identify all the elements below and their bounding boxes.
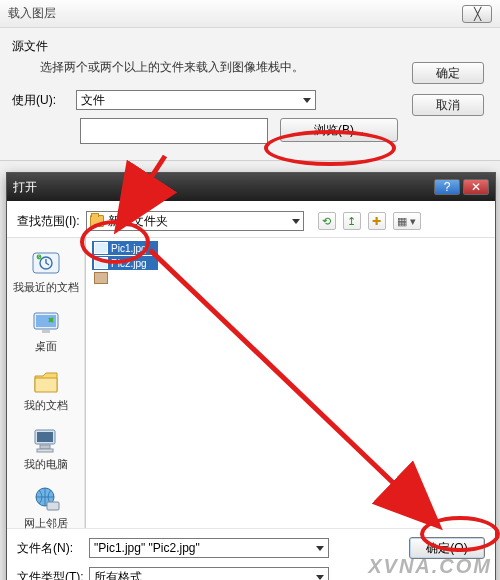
browse-button[interactable]: 浏览(B)... (280, 118, 398, 142)
image-file-icon (94, 272, 108, 284)
ok-button[interactable]: 确定 (412, 62, 484, 84)
look-in-combobox[interactable]: 新建文件夹 (86, 211, 304, 231)
filename-label: 文件名(N): (17, 540, 81, 557)
place-recent[interactable]: 我最近的文档 (11, 244, 81, 299)
up-one-level-button[interactable]: ↥ (343, 212, 361, 230)
place-desktop[interactable]: 桌面 (11, 303, 81, 358)
open-dialog: 打开 ? ✕ 查找范围(I): 新建文件夹 ⟲ ↥ ✚ ▦ ▾ 我最近的文档 (6, 172, 496, 580)
back-button[interactable]: ⟲ (318, 212, 336, 230)
recent-docs-icon (29, 248, 63, 278)
filename-combobox[interactable]: "Pic1.jpg" "Pic2.jpg" (89, 538, 329, 558)
use-label: 使用(U): (12, 92, 68, 109)
computer-icon (29, 425, 63, 455)
chevron-down-icon (303, 98, 311, 103)
open-titlebar: 打开 ? ✕ (7, 173, 495, 201)
file-item-selected[interactable]: Pic1.jpg (92, 241, 158, 255)
cancel-button[interactable]: 取消 (412, 94, 484, 116)
folder-icon (90, 215, 104, 227)
view-menu-button[interactable]: ▦ ▾ (393, 212, 421, 230)
new-folder-button[interactable]: ✚ (368, 212, 386, 230)
load-layers-titlebar: 载入图层 ╳ (0, 0, 500, 28)
open-ok-button[interactable]: 确定(O) (409, 537, 485, 559)
place-my-computer[interactable]: 我的电脑 (11, 421, 81, 476)
source-files-label: 源文件 (12, 38, 488, 55)
look-in-label: 查找范围(I): (17, 213, 80, 230)
svg-rect-11 (47, 502, 59, 510)
close-icon: ╳ (474, 7, 481, 21)
filetype-label: 文件类型(T): (17, 569, 81, 581)
open-title: 打开 (13, 179, 37, 196)
filename-value: "Pic1.jpg" "Pic2.jpg" (94, 541, 200, 555)
load-layers-dialog: 载入图层 ╳ 源文件 选择两个或两个以上的文件来载入到图像堆栈中。 确定 取消 … (0, 0, 500, 161)
file-list[interactable]: Pic1.jpg Pic2.jpg (85, 238, 495, 528)
close-button[interactable]: ✕ (463, 179, 489, 195)
help-icon: ? (444, 180, 451, 194)
documents-icon (29, 366, 63, 396)
file-list-box[interactable] (80, 118, 268, 144)
file-item[interactable] (92, 271, 158, 285)
use-value: 文件 (81, 92, 105, 109)
close-button[interactable]: ╳ (462, 5, 492, 23)
svg-rect-5 (42, 330, 50, 333)
file-item-selected[interactable]: Pic2.jpg (92, 256, 158, 270)
look-in-value: 新建文件夹 (108, 213, 168, 230)
network-icon (29, 484, 63, 514)
chevron-down-icon (316, 575, 324, 580)
desktop-icon (29, 307, 63, 337)
filetype-combobox[interactable]: 所有格式 (89, 567, 329, 580)
image-file-icon (94, 257, 108, 269)
svg-rect-9 (37, 449, 53, 452)
filetype-value: 所有格式 (94, 569, 142, 581)
close-icon: ✕ (471, 180, 481, 194)
svg-rect-7 (37, 432, 53, 442)
chevron-down-icon (316, 546, 324, 551)
places-bar: 我最近的文档 桌面 我的文档 我的电脑 网上邻居 (7, 238, 85, 528)
help-button[interactable]: ? (434, 179, 460, 195)
image-file-icon (94, 242, 108, 254)
svg-rect-8 (40, 445, 50, 449)
chevron-down-icon (292, 219, 300, 224)
place-my-documents[interactable]: 我的文档 (11, 362, 81, 417)
use-combobox[interactable]: 文件 (76, 90, 316, 110)
place-network[interactable]: 网上邻居 (11, 480, 81, 535)
dialog-title: 载入图层 (8, 5, 56, 22)
